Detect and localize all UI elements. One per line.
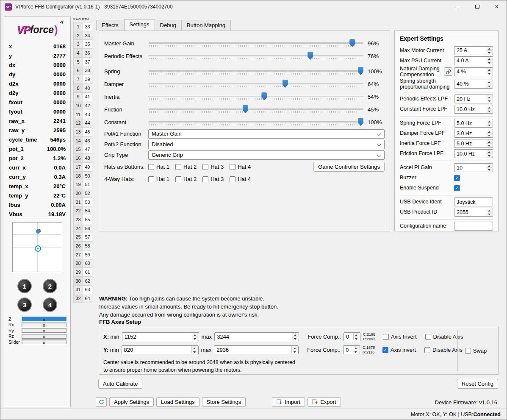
- slider-master-gain[interactable]: [148, 39, 363, 48]
- tab-button-mapping[interactable]: Button Mapping: [182, 20, 231, 31]
- slider-inertia[interactable]: [148, 92, 363, 101]
- spin-down-icon[interactable]: [353, 350, 359, 353]
- input-configuration-name[interactable]: [454, 222, 493, 231]
- export-button[interactable]: Export: [308, 397, 341, 407]
- spin-down-icon[interactable]: [486, 51, 492, 54]
- maximize-button[interactable]: [468, 0, 487, 13]
- axis-invert-checkbox[interactable]: [383, 334, 389, 340]
- spin-down-icon[interactable]: [486, 72, 492, 75]
- spin-down-icon[interactable]: [486, 134, 492, 137]
- slider-damper[interactable]: [148, 79, 363, 89]
- spin-down-icon[interactable]: [486, 212, 492, 216]
- spin-down-icon[interactable]: [486, 99, 492, 103]
- reset-config-button[interactable]: Reset Config: [457, 379, 498, 389]
- auto-calibrate-button[interactable]: Auto Calibrate: [98, 379, 142, 389]
- spin-up-icon[interactable]: [486, 95, 492, 99]
- profile-button-4[interactable]: 4: [43, 298, 57, 312]
- link-icon[interactable]: [444, 67, 452, 76]
- spin-up-icon[interactable]: [292, 346, 298, 350]
- spin-up-icon[interactable]: [353, 346, 359, 350]
- checkbox-hats-as-buttons-hat-4[interactable]: [230, 164, 235, 170]
- profile-button-1[interactable]: 1: [17, 279, 32, 293]
- spin-down-icon[interactable]: [486, 61, 492, 64]
- slider-periodic-effects[interactable]: [148, 51, 363, 61]
- spin-down-icon[interactable]: [486, 84, 492, 88]
- spin-up-icon[interactable]: [486, 164, 492, 168]
- spin-down-icon[interactable]: [486, 123, 492, 127]
- spinbox-accel-pi-gain[interactable]: 10: [454, 163, 493, 172]
- disable-axis-checkbox[interactable]: [425, 334, 431, 340]
- checkbox-hats-as-buttons-hat-1[interactable]: [148, 164, 154, 170]
- spinbox-max-psu-current[interactable]: 4.0 A: [454, 56, 493, 65]
- spin-up-icon[interactable]: [486, 209, 492, 212]
- force-comp-spinbox[interactable]: 0: [343, 345, 360, 354]
- force-comp-spinbox[interactable]: 0: [344, 332, 360, 341]
- spin-up-icon[interactable]: [486, 81, 492, 84]
- tab-settings[interactable]: Settings: [124, 19, 155, 31]
- spin-down-icon[interactable]: [486, 109, 492, 113]
- checkbox-4-way-hats-hat-4[interactable]: [230, 176, 235, 182]
- checkbox-4-way-hats-hat-2[interactable]: [175, 176, 181, 182]
- store-settings-button[interactable]: Store Settings: [202, 397, 246, 407]
- game-controller-settings-button[interactable]: Game Controller Settings: [313, 162, 385, 172]
- slider-constant[interactable]: [148, 117, 363, 127]
- checkbox-4-way-hats-hat-3[interactable]: [202, 176, 208, 182]
- refresh-button[interactable]: [96, 397, 107, 407]
- apply-settings-button[interactable]: Apply Settings: [109, 397, 154, 407]
- load-settings-button[interactable]: Load Settings: [156, 397, 199, 407]
- spinbox-inertia-force-lpf[interactable]: 5.0 Hz: [454, 139, 493, 148]
- spin-up-icon[interactable]: [292, 333, 298, 337]
- tab-effects[interactable]: Effects: [96, 20, 124, 31]
- spin-down-icon[interactable]: [192, 350, 198, 353]
- spin-up-icon[interactable]: [486, 150, 492, 154]
- dropdown-pot-2-function[interactable]: Disabled: [148, 140, 385, 149]
- spinbox-damper-force-lpf[interactable]: 3.0 Hz: [454, 129, 493, 138]
- spin-down-icon[interactable]: [486, 168, 492, 171]
- spin-up-icon[interactable]: [486, 68, 492, 72]
- slider-friction[interactable]: [148, 105, 363, 114]
- checkbox-buzzer[interactable]: ✓: [454, 175, 460, 181]
- spin-down-icon[interactable]: [486, 144, 492, 147]
- dropdown-grip-type[interactable]: Generic Grip: [148, 150, 385, 160]
- spinbox-usb-product-id[interactable]: 2055: [454, 208, 493, 217]
- spin-up-icon[interactable]: [192, 333, 198, 337]
- swap-checkbox[interactable]: [465, 348, 471, 354]
- spin-down-icon[interactable]: [192, 337, 198, 340]
- spin-up-icon[interactable]: [192, 346, 198, 350]
- tab-debug[interactable]: Debug: [155, 20, 182, 31]
- import-button[interactable]: Import: [272, 397, 305, 407]
- spin-up-icon[interactable]: [486, 57, 492, 61]
- spinbox-natural-damping-compensation[interactable]: 4 %: [454, 67, 493, 76]
- slider-spring[interactable]: [148, 67, 363, 76]
- disable-axis-checkbox[interactable]: [424, 347, 430, 353]
- spin-up-icon[interactable]: [486, 140, 492, 144]
- spin-down-icon[interactable]: [486, 154, 492, 157]
- close-button[interactable]: ×: [487, 0, 507, 13]
- max-spinbox[interactable]: 2936: [214, 345, 299, 354]
- spinbox-spring-force-lpf[interactable]: 5.0 Hz: [454, 119, 493, 128]
- min-spinbox[interactable]: 1152: [122, 332, 199, 341]
- checkbox-4-way-hats-hat-1[interactable]: [148, 176, 154, 182]
- spin-up-icon[interactable]: [486, 130, 492, 134]
- checkbox-hats-as-buttons-hat-3[interactable]: [202, 164, 208, 170]
- spin-down-icon[interactable]: [354, 337, 360, 340]
- checkbox-hats-as-buttons-hat-2[interactable]: [175, 164, 181, 170]
- profile-button-3[interactable]: 3: [17, 298, 32, 312]
- spinbox-constant-force-lpf[interactable]: 10.0 Hz: [454, 105, 493, 114]
- axis-invert-checkbox[interactable]: ✓: [382, 347, 388, 353]
- spinbox-periodic-effects-lpf[interactable]: 20 Hz: [454, 95, 493, 103]
- spin-up-icon[interactable]: [486, 47, 492, 51]
- spin-up-icon[interactable]: [486, 106, 492, 109]
- dropdown-pot-1-function[interactable]: Master Gain: [148, 129, 385, 139]
- minimize-button[interactable]: [448, 0, 468, 13]
- profile-button-2[interactable]: 2: [43, 279, 57, 293]
- spin-down-icon[interactable]: [292, 337, 298, 340]
- input-usb-device-ident[interactable]: Joystick: [454, 197, 493, 206]
- spinbox-max-motor-current[interactable]: 25 A: [454, 46, 493, 55]
- checkbox-enable-suspend[interactable]: ✓: [454, 185, 460, 191]
- spinbox-spring-strength-proportional-damping[interactable]: 40 %: [454, 80, 493, 89]
- spin-up-icon[interactable]: [486, 120, 492, 123]
- spin-down-icon[interactable]: [292, 350, 298, 353]
- min-spinbox[interactable]: 820: [122, 345, 199, 354]
- spinbox-friction-force-lpf[interactable]: 10.0 Hz: [454, 149, 493, 158]
